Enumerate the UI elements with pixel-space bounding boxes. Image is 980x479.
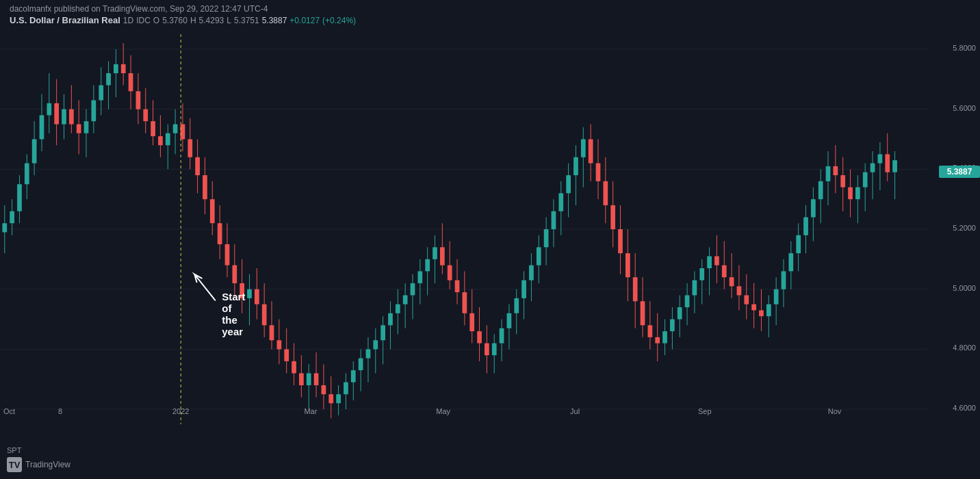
y-axis: 5.80005.60005.40005.20005.00004.80004.60…	[931, 34, 980, 424]
x-label-Mar: Mar	[304, 407, 317, 415]
price-chart	[0, 34, 927, 424]
x-label-Jul: Jul	[570, 407, 580, 415]
x-label-8: 8	[58, 407, 62, 415]
y-label-5.2: 5.2000	[953, 224, 976, 232]
x-label-2022: 2022	[172, 407, 189, 415]
x-label-May: May	[436, 407, 450, 415]
high-label: H	[190, 16, 196, 25]
current-price-badge: 5.3887	[939, 166, 980, 178]
low-value: 5.3751	[234, 16, 259, 25]
tradingview-label: TradingView	[25, 460, 70, 469]
instrument-title: U.S. Dollar / Brazilian Real	[10, 15, 120, 25]
change-pct: (+0.24%)	[322, 16, 356, 25]
tradingview-logo: TV TradingView	[7, 457, 70, 472]
chart-container: Start of the year Oct82022MarMayJulSepNo…	[0, 34, 980, 424]
published-info: dacolmanfx published on TradingView.com,…	[10, 4, 268, 14]
x-label-Oct: Oct	[3, 407, 15, 415]
ohlc-header: U.S. Dollar / Brazilian Real 1D IDC O5.3…	[10, 15, 356, 25]
timeframe: 1D	[123, 16, 133, 25]
open-value: 5.3760	[162, 16, 188, 25]
x-label-Nov: Nov	[828, 407, 842, 415]
close-value: 5.3887	[262, 16, 287, 25]
high-value: 5.4293	[199, 16, 224, 25]
x-label-Sep: Sep	[698, 407, 712, 415]
x-axis: Oct82022MarMayJulSepNov	[0, 404, 927, 424]
change-value: +0.0127	[289, 16, 320, 25]
y-label-4.8: 4.8000	[953, 344, 976, 352]
y-label-5.6: 5.6000	[953, 104, 976, 112]
open-label: O	[153, 16, 159, 25]
tv-icon: TV	[7, 457, 22, 472]
y-label-4.6: 4.6000	[953, 404, 976, 412]
source: IDC	[136, 16, 151, 25]
footer-label: SPT	[7, 446, 21, 454]
y-label-5: 5.0000	[953, 284, 976, 292]
low-label: L	[227, 16, 231, 25]
y-label-5.8: 5.8000	[953, 44, 976, 52]
